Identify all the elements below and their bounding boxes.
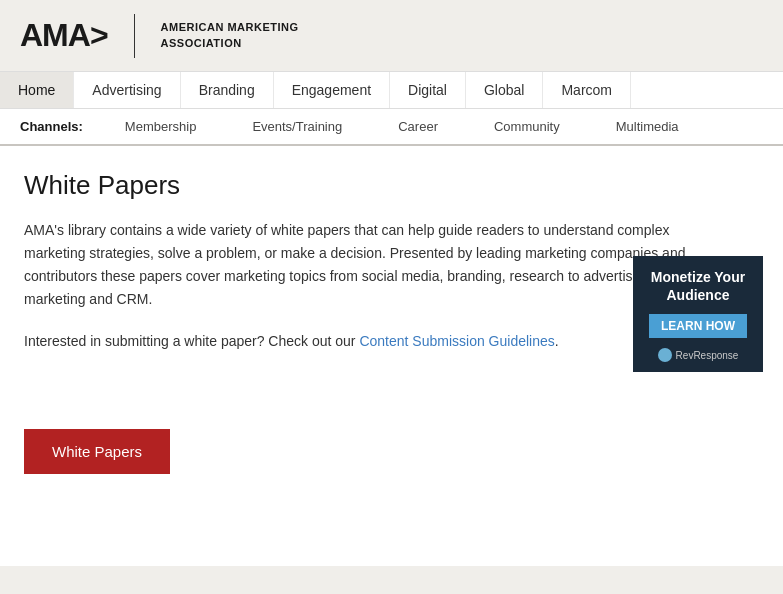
nav-digital[interactable]: Digital xyxy=(390,72,466,108)
submit-prefix: Interested in submitting a white paper? … xyxy=(24,333,359,349)
page-title: White Papers xyxy=(24,170,759,201)
ad-title: Monetize Your Audience xyxy=(641,268,755,304)
content-submission-link[interactable]: Content Submission Guidelines xyxy=(359,333,554,349)
nav-marcom[interactable]: Marcom xyxy=(543,72,631,108)
page-description: AMA's library contains a wide variety of… xyxy=(24,219,704,311)
channels-label: Channels: xyxy=(0,119,97,134)
nav-advertising[interactable]: Advertising xyxy=(74,72,180,108)
nav-engagement[interactable]: Engagement xyxy=(274,72,390,108)
channel-career[interactable]: Career xyxy=(370,117,466,136)
rev-brand-label: RevResponse xyxy=(676,350,739,361)
logo-association-text: AMERICAN MARKETING ASSOCIATION xyxy=(161,20,299,51)
logo-container: AMA> AMERICAN MARKETING ASSOCIATION xyxy=(20,14,299,58)
nav-global[interactable]: Global xyxy=(466,72,543,108)
channel-community[interactable]: Community xyxy=(466,117,588,136)
logo-divider xyxy=(134,14,135,58)
learn-how-button[interactable]: LEARN HOW xyxy=(649,314,747,338)
white-papers-button[interactable]: White Papers xyxy=(24,429,170,474)
channel-events-training[interactable]: Events/Training xyxy=(224,117,370,136)
main-nav: Home Advertising Branding Engagement Dig… xyxy=(0,72,783,109)
submit-suffix: . xyxy=(555,333,559,349)
ama-logo-text: AMA> xyxy=(20,17,108,54)
header: AMA> AMERICAN MARKETING ASSOCIATION xyxy=(0,0,783,72)
rev-icon xyxy=(658,348,672,362)
nav-branding[interactable]: Branding xyxy=(181,72,274,108)
channel-nav: Channels: Membership Events/Training Car… xyxy=(0,109,783,146)
rev-response-brand: RevResponse xyxy=(641,348,755,362)
channel-multimedia[interactable]: Multimedia xyxy=(588,117,707,136)
channel-membership[interactable]: Membership xyxy=(97,117,225,136)
ad-banner: Monetize Your Audience LEARN HOW RevResp… xyxy=(633,256,763,372)
nav-home[interactable]: Home xyxy=(0,72,74,108)
content-area: White Papers AMA's library contains a wi… xyxy=(0,146,783,566)
